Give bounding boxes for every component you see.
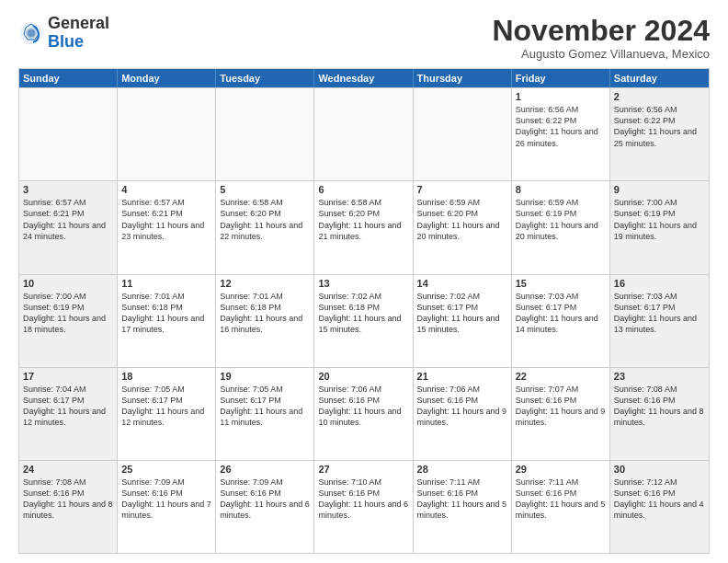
day-number: 20 (318, 371, 408, 382)
day-cell-7: 7Sunrise: 6:59 AMSunset: 6:20 PMDaylight… (414, 181, 512, 273)
day-number: 27 (318, 464, 408, 475)
day-info: Sunrise: 7:03 AMSunset: 6:17 PMDaylight:… (516, 291, 606, 336)
empty-cell (118, 88, 216, 180)
day-cell-26: 26Sunrise: 7:09 AMSunset: 6:16 PMDayligh… (216, 461, 314, 553)
day-info: Sunrise: 7:03 AMSunset: 6:17 PMDaylight:… (614, 291, 705, 336)
day-number: 26 (220, 464, 310, 475)
day-info: Sunrise: 6:56 AMSunset: 6:22 PMDaylight:… (614, 104, 705, 149)
day-cell-20: 20Sunrise: 7:06 AMSunset: 6:16 PMDayligh… (314, 368, 413, 460)
day-info: Sunrise: 7:00 AMSunset: 6:19 PMDaylight:… (23, 291, 113, 336)
empty-cell (216, 88, 314, 180)
calendar-row-5: 24Sunrise: 7:08 AMSunset: 6:16 PMDayligh… (19, 460, 709, 553)
day-number: 9 (614, 184, 705, 195)
location-subtitle: Augusto Gomez Villanueva, Mexico (492, 47, 710, 61)
day-number: 2 (614, 91, 705, 102)
day-cell-21: 21Sunrise: 7:06 AMSunset: 6:16 PMDayligh… (414, 368, 512, 460)
day-info: Sunrise: 6:57 AMSunset: 6:21 PMDaylight:… (121, 197, 211, 242)
day-number: 19 (220, 371, 310, 382)
weekday-header-thursday: Thursday (414, 69, 512, 87)
day-info: Sunrise: 7:08 AMSunset: 6:16 PMDaylight:… (23, 477, 113, 522)
day-info: Sunrise: 7:06 AMSunset: 6:16 PMDaylight:… (318, 384, 408, 429)
day-cell-17: 17Sunrise: 7:04 AMSunset: 6:17 PMDayligh… (19, 368, 118, 460)
calendar: SundayMondayTuesdayWednesdayThursdayFrid… (18, 68, 710, 554)
weekday-header-tuesday: Tuesday (216, 69, 314, 87)
day-number: 15 (516, 278, 606, 289)
day-cell-3: 3Sunrise: 6:57 AMSunset: 6:21 PMDaylight… (19, 181, 118, 273)
logo-general-text: General (48, 14, 109, 32)
day-cell-24: 24Sunrise: 7:08 AMSunset: 6:16 PMDayligh… (19, 461, 118, 553)
day-info: Sunrise: 7:09 AMSunset: 6:16 PMDaylight:… (121, 477, 211, 522)
calendar-header: SundayMondayTuesdayWednesdayThursdayFrid… (19, 69, 709, 87)
day-info: Sunrise: 6:59 AMSunset: 6:19 PMDaylight:… (516, 197, 606, 242)
day-info: Sunrise: 7:02 AMSunset: 6:17 PMDaylight:… (417, 291, 507, 336)
day-info: Sunrise: 6:56 AMSunset: 6:22 PMDaylight:… (516, 104, 606, 149)
day-number: 12 (220, 278, 310, 289)
day-number: 25 (121, 464, 211, 475)
calendar-row-1: 1Sunrise: 6:56 AMSunset: 6:22 PMDaylight… (19, 87, 709, 180)
day-info: Sunrise: 7:09 AMSunset: 6:16 PMDaylight:… (220, 477, 310, 522)
calendar-row-4: 17Sunrise: 7:04 AMSunset: 6:17 PMDayligh… (19, 367, 709, 460)
day-number: 23 (614, 371, 705, 382)
logo: General Blue (18, 15, 109, 52)
day-info: Sunrise: 6:59 AMSunset: 6:20 PMDaylight:… (417, 197, 507, 242)
day-cell-11: 11Sunrise: 7:01 AMSunset: 6:18 PMDayligh… (118, 275, 216, 367)
day-info: Sunrise: 7:12 AMSunset: 6:16 PMDaylight:… (614, 477, 705, 522)
day-cell-25: 25Sunrise: 7:09 AMSunset: 6:16 PMDayligh… (118, 461, 216, 553)
day-info: Sunrise: 7:06 AMSunset: 6:16 PMDaylight:… (417, 384, 507, 429)
logo-blue-text: Blue (48, 32, 84, 51)
day-number: 24 (23, 464, 113, 475)
day-number: 6 (318, 184, 408, 195)
day-info: Sunrise: 7:11 AMSunset: 6:16 PMDaylight:… (516, 477, 606, 522)
day-cell-19: 19Sunrise: 7:05 AMSunset: 6:17 PMDayligh… (216, 368, 314, 460)
weekday-header-wednesday: Wednesday (314, 69, 413, 87)
calendar-body: 1Sunrise: 6:56 AMSunset: 6:22 PMDaylight… (19, 87, 709, 553)
calendar-row-3: 10Sunrise: 7:00 AMSunset: 6:19 PMDayligh… (19, 274, 709, 367)
day-cell-29: 29Sunrise: 7:11 AMSunset: 6:16 PMDayligh… (512, 461, 610, 553)
day-cell-16: 16Sunrise: 7:03 AMSunset: 6:17 PMDayligh… (610, 275, 709, 367)
day-cell-14: 14Sunrise: 7:02 AMSunset: 6:17 PMDayligh… (414, 275, 512, 367)
day-number: 17 (23, 371, 113, 382)
day-number: 18 (121, 371, 211, 382)
day-cell-12: 12Sunrise: 7:01 AMSunset: 6:18 PMDayligh… (216, 275, 314, 367)
day-number: 10 (23, 278, 113, 289)
day-cell-2: 2Sunrise: 6:56 AMSunset: 6:22 PMDaylight… (610, 88, 709, 180)
day-number: 13 (318, 278, 408, 289)
title-block: November 2024 Augusto Gomez Villanueva, … (492, 15, 710, 61)
day-number: 22 (516, 371, 606, 382)
day-cell-27: 27Sunrise: 7:10 AMSunset: 6:16 PMDayligh… (314, 461, 413, 553)
day-info: Sunrise: 7:00 AMSunset: 6:19 PMDaylight:… (614, 197, 705, 242)
day-number: 16 (614, 278, 705, 289)
weekday-header-sunday: Sunday (19, 69, 118, 87)
day-number: 4 (121, 184, 211, 195)
day-info: Sunrise: 7:01 AMSunset: 6:18 PMDaylight:… (220, 291, 310, 336)
day-info: Sunrise: 7:05 AMSunset: 6:17 PMDaylight:… (121, 384, 211, 429)
day-number: 28 (417, 464, 507, 475)
day-number: 30 (614, 464, 705, 475)
day-cell-22: 22Sunrise: 7:07 AMSunset: 6:16 PMDayligh… (512, 368, 610, 460)
day-cell-23: 23Sunrise: 7:08 AMSunset: 6:16 PMDayligh… (610, 368, 709, 460)
day-info: Sunrise: 6:57 AMSunset: 6:21 PMDaylight:… (23, 197, 113, 242)
calendar-row-2: 3Sunrise: 6:57 AMSunset: 6:21 PMDaylight… (19, 180, 709, 273)
day-info: Sunrise: 7:07 AMSunset: 6:16 PMDaylight:… (516, 384, 606, 429)
weekday-header-saturday: Saturday (610, 69, 709, 87)
day-number: 1 (516, 91, 606, 102)
day-number: 5 (220, 184, 310, 195)
day-info: Sunrise: 7:11 AMSunset: 6:16 PMDaylight:… (417, 477, 507, 522)
day-info: Sunrise: 6:58 AMSunset: 6:20 PMDaylight:… (318, 197, 408, 242)
day-info: Sunrise: 7:08 AMSunset: 6:16 PMDaylight:… (614, 384, 705, 429)
day-cell-8: 8Sunrise: 6:59 AMSunset: 6:19 PMDaylight… (512, 181, 610, 273)
day-number: 29 (516, 464, 606, 475)
day-number: 7 (417, 184, 507, 195)
day-info: Sunrise: 6:58 AMSunset: 6:20 PMDaylight:… (220, 197, 310, 242)
weekday-header-friday: Friday (512, 69, 610, 87)
day-cell-13: 13Sunrise: 7:02 AMSunset: 6:18 PMDayligh… (314, 275, 413, 367)
day-number: 3 (23, 184, 113, 195)
day-info: Sunrise: 7:05 AMSunset: 6:17 PMDaylight:… (220, 384, 310, 429)
day-cell-1: 1Sunrise: 6:56 AMSunset: 6:22 PMDaylight… (512, 88, 610, 180)
day-info: Sunrise: 7:10 AMSunset: 6:16 PMDaylight:… (318, 477, 408, 522)
day-info: Sunrise: 7:04 AMSunset: 6:17 PMDaylight:… (23, 384, 113, 429)
empty-cell (314, 88, 413, 180)
day-cell-28: 28Sunrise: 7:11 AMSunset: 6:16 PMDayligh… (414, 461, 512, 553)
day-cell-4: 4Sunrise: 6:57 AMSunset: 6:21 PMDaylight… (118, 181, 216, 273)
empty-cell (414, 88, 512, 180)
